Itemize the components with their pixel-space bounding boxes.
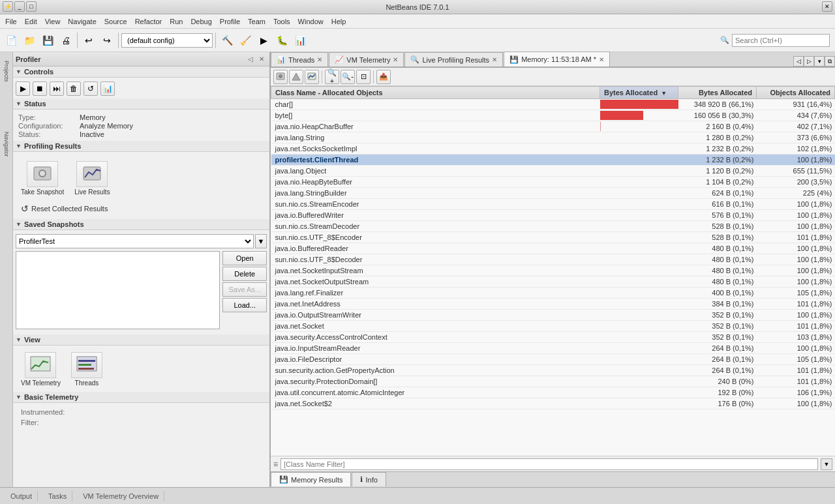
menu-run[interactable]: Run xyxy=(166,16,187,27)
table-row[interactable]: java.security.AccessControlContext352 B … xyxy=(271,332,835,343)
view-section-header[interactable]: ▼ View xyxy=(13,334,269,346)
menu-profile[interactable]: Profile xyxy=(216,16,244,27)
saved-snapshots-header[interactable]: ▼ Saved Snapshots xyxy=(13,219,269,230)
config-select[interactable]: (default config) xyxy=(121,33,213,48)
memory-results-tab[interactable]: 💾 Memory Results xyxy=(271,472,351,486)
menu-edit[interactable]: Edit xyxy=(21,16,41,27)
projects-tab[interactable]: Projects xyxy=(1,55,12,87)
status-section-header[interactable]: ▼ Status xyxy=(13,98,269,110)
chart-btn[interactable]: 📊 xyxy=(100,82,115,96)
tab-threads[interactable]: 📊 Threads ✕ xyxy=(271,52,328,67)
profiling-results-header[interactable]: ▼ Profiling Results xyxy=(13,141,269,152)
vm-telemetry-overview-tab[interactable]: VM Telemetry Overview xyxy=(78,491,164,501)
reset-btn[interactable]: ↺ xyxy=(84,82,98,96)
navigator-tab[interactable]: Navigator xyxy=(1,128,12,160)
export-btn[interactable]: 📤 xyxy=(376,70,391,84)
clean-build-btn[interactable]: 🧹 xyxy=(237,32,254,49)
filter-dropdown-btn[interactable]: ▼ xyxy=(821,458,832,470)
vm-telemetry-tab-close[interactable]: ✕ xyxy=(393,56,398,63)
menu-navigate[interactable]: Navigate xyxy=(64,16,100,27)
live-profiling-tab-close[interactable]: ✕ xyxy=(492,56,497,63)
menu-source[interactable]: Source xyxy=(100,16,131,27)
table-row[interactable]: byte[]160 056 B (30,3%)434 (7,6%) xyxy=(271,110,835,121)
stop-btn[interactable]: ⏹ xyxy=(33,82,47,96)
load-snapshot-btn[interactable]: Load... xyxy=(222,298,267,312)
threads-tab-close[interactable]: ✕ xyxy=(317,56,322,63)
profiler-minimize-btn[interactable]: ◁ xyxy=(245,54,256,65)
menu-debug[interactable]: Debug xyxy=(187,16,215,27)
table-row[interactable]: sun.nio.cs.StreamEncoder616 B (0,1%)100 … xyxy=(271,199,835,210)
table-row[interactable]: java.io.BufferedReader480 B (0,1%)100 (1… xyxy=(271,243,835,254)
tab-live-profiling[interactable]: 🔍 Live Profiling Results ✕ xyxy=(404,52,503,67)
save-as-snapshot-btn[interactable]: Save As... xyxy=(222,282,267,297)
open-project-btn[interactable]: 📁 xyxy=(21,32,38,49)
run-btn[interactable]: ▶ xyxy=(255,32,272,49)
tab-vm-telemetry[interactable]: 📈 VM Telemetry ✕ xyxy=(329,52,404,67)
table-row[interactable]: java.net.Socket$2176 B (0%)100 (1,8%) xyxy=(271,398,835,409)
open-snapshot-btn[interactable]: Open xyxy=(222,251,267,265)
live-results-toolbar-btn[interactable] xyxy=(305,70,319,84)
tab-memory[interactable]: 💾 Memory: 11:53:18 AM * ✕ xyxy=(504,52,610,67)
debug-run-btn[interactable]: 🐛 xyxy=(273,32,290,49)
heap-dump-btn[interactable] xyxy=(273,70,288,84)
table-row[interactable]: java.lang.String1 280 B (0,2%)373 (6,6%) xyxy=(271,132,835,143)
tab-nav-right[interactable]: ▷ xyxy=(804,56,814,67)
zoom-out-btn[interactable]: 🔍- xyxy=(341,70,355,84)
tab-maximize[interactable]: ⧉ xyxy=(825,56,835,67)
table-row[interactable]: java.net.InetAddress384 B (0,1%)101 (1,8… xyxy=(271,299,835,310)
table-row[interactable]: java.net.SocketInputStream480 B (0,1%)10… xyxy=(271,265,835,276)
search-input[interactable] xyxy=(732,34,830,47)
tab-nav-down[interactable]: ▾ xyxy=(814,56,825,67)
col-class-header[interactable]: Class Name - Allocated Objects xyxy=(271,87,600,99)
step-btn[interactable]: ⏭ xyxy=(50,82,64,96)
remove-btn[interactable]: 🗑 xyxy=(67,82,81,96)
reset-zoom-btn[interactable]: ⊡ xyxy=(356,70,371,84)
undo-btn[interactable]: ↩ xyxy=(80,32,97,49)
delete-snapshot-btn[interactable]: Delete xyxy=(222,267,267,281)
minimize-btn[interactable]: _ xyxy=(14,1,25,12)
table-row[interactable]: java.io.FileDescriptor264 B (0,1%)105 (1… xyxy=(271,354,835,365)
profile-btn[interactable]: 📊 xyxy=(292,32,309,49)
table-row[interactable]: java.io.OutputStreamWriter352 B (0,1%)10… xyxy=(271,310,835,321)
table-row[interactable]: java.lang.ref.Finalizer400 B (0,1%)105 (… xyxy=(271,288,835,299)
memory-tab-close[interactable]: ✕ xyxy=(599,56,604,63)
close-btn[interactable]: ✕ xyxy=(822,1,832,12)
new-project-btn[interactable]: 📄 xyxy=(3,32,20,49)
table-row[interactable]: java.net.SocketOutputStream480 B (0,1%)1… xyxy=(271,276,835,288)
menu-view[interactable]: View xyxy=(41,16,65,27)
table-row[interactable]: java.io.InputStreamReader264 B (0,1%)100… xyxy=(271,343,835,354)
start-btn[interactable]: ▶ xyxy=(16,82,30,96)
snapshot-dropdown-arrow[interactable]: ▼ xyxy=(255,234,267,248)
menu-window[interactable]: Window xyxy=(294,16,327,27)
redo-btn[interactable]: ↪ xyxy=(99,32,115,49)
table-row[interactable]: java.util.concurrent.atomic.AtomicIntege… xyxy=(271,387,835,398)
table-row[interactable]: java.io.BufferedWriter576 B (0,1%)100 (1… xyxy=(271,210,835,221)
table-row[interactable]: sun.nio.cs.UTF_8$Encoder528 B (0,1%)101 … xyxy=(271,232,835,243)
build-btn[interactable]: 🔨 xyxy=(219,32,235,49)
menu-tools[interactable]: Tools xyxy=(269,16,294,27)
info-tab[interactable]: ℹ Info xyxy=(352,472,386,486)
col-bytes-bar-header[interactable]: Bytes Allocated ▼ xyxy=(600,87,678,99)
gc-btn[interactable] xyxy=(289,70,303,84)
table-row[interactable]: java.lang.Object1 120 B (0,2%)655 (11,5%… xyxy=(271,166,835,177)
tab-nav-left[interactable]: ◁ xyxy=(793,56,804,67)
print-btn[interactable]: 🖨 xyxy=(57,32,74,49)
restore-btn[interactable]: □ xyxy=(26,1,37,12)
table-row[interactable]: java.nio.HeapByteBuffer1 104 B (0,2%)200… xyxy=(271,177,835,188)
table-row[interactable]: java.security.ProtectionDomain[]240 B (0… xyxy=(271,376,835,387)
controls-section-header[interactable]: ▼ Controls xyxy=(13,67,269,78)
basic-telemetry-header[interactable]: ▼ Basic Telemetry xyxy=(13,392,269,403)
table-row[interactable]: java.nio.HeapCharBuffer2 160 B (0,4%)402… xyxy=(271,121,835,132)
take-snapshot-item[interactable]: Take Snapshot xyxy=(21,161,64,196)
table-row[interactable]: java.net.Socket352 B (0,1%)101 (1,8%) xyxy=(271,321,835,332)
profiler-close-btn[interactable]: ✕ xyxy=(256,54,267,65)
table-row[interactable]: java.net.SocksSocketImpl1 232 B (0,2%)10… xyxy=(271,143,835,155)
reset-collected-btn[interactable]: ↺ Reset Collected Results xyxy=(16,201,267,216)
class-name-filter[interactable] xyxy=(281,458,818,470)
snapshot-dropdown[interactable]: ProfilerTest xyxy=(16,234,254,248)
table-row[interactable]: java.lang.StringBuilder624 B (0,1%)225 (… xyxy=(271,188,835,199)
output-tab[interactable]: Output xyxy=(5,491,38,501)
threads-view-item[interactable]: Threads xyxy=(71,352,102,387)
col-objects-header[interactable]: Objects Allocated xyxy=(757,87,835,99)
menu-file[interactable]: File xyxy=(1,16,21,27)
